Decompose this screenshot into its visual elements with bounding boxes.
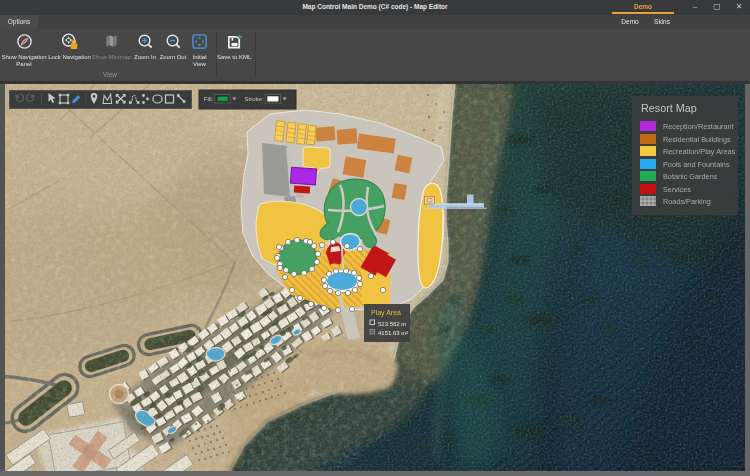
svg-text:Fill:: Fill:	[204, 96, 214, 102]
svg-text:523.562 m: 523.562 m	[378, 321, 406, 327]
svg-text:Play Area: Play Area	[371, 309, 401, 317]
svg-text:Residential Buildings: Residential Buildings	[663, 135, 731, 144]
svg-text:Services: Services	[663, 185, 691, 194]
svg-text:Recreation/Play Areas: Recreation/Play Areas	[663, 147, 736, 156]
svg-text:Stroke:: Stroke:	[245, 96, 264, 102]
svg-text:Botanic Gardens: Botanic Gardens	[663, 172, 718, 181]
svg-text:Roads/Parking: Roads/Parking	[663, 197, 711, 206]
svg-text:Reception/Restaurant: Reception/Restaurant	[663, 122, 734, 131]
svg-text:Pools and Fountains: Pools and Fountains	[663, 160, 730, 169]
svg-text:4151.63 m²: 4151.63 m²	[378, 330, 408, 336]
svg-text:Resort Map: Resort Map	[641, 102, 697, 114]
